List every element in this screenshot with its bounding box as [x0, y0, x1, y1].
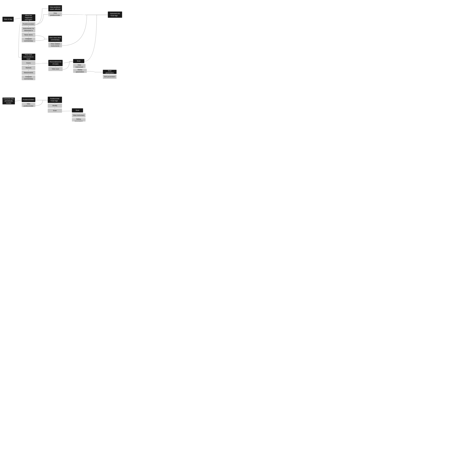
node-markets: Markets — [22, 66, 35, 70]
node-view-positions-orders: View positions/ orders affected — [48, 5, 62, 11]
node-scan-1: Scan — [73, 59, 84, 63]
node-scan-parameters: Scan parameters — [103, 70, 116, 74]
node-view-instrument-2: View instrument — [72, 113, 86, 117]
diagram-canvas: Start of day What has happened overnight… — [0, 0, 139, 122]
node-analysis-commentary-2: Analysis/ commentary — [22, 75, 35, 80]
node-positions-orders-1: Positions/orders — [22, 22, 35, 26]
node-position-order-tags: Position/order• Scan tags — [48, 97, 62, 103]
node-refine-parameters-1: Refine parameters — [73, 69, 87, 73]
node-view-news-commentary: View news item/ commentary — [48, 36, 62, 42]
node-consume-info: Consume info/ periodically monitor — [2, 98, 15, 104]
node-news-items: News items — [22, 33, 35, 37]
node-start-of-day: Start of day — [2, 17, 14, 22]
node-view-related-instruments: View related instruments — [48, 43, 62, 47]
node-view-position-order-1: View position/order — [48, 12, 62, 16]
node-positions-orders-2: Positions/orders — [22, 97, 35, 102]
node-instrument-info: Instrument info• Scan tags — [108, 11, 122, 18]
node-personalised-scans: Personalised list of scans — [48, 60, 62, 66]
node-refine-parameters-2: Refine parameters — [72, 118, 86, 122]
node-analysis-commentary-1: Analysis/ commentary — [22, 37, 35, 42]
node-news-events: News/events — [22, 71, 35, 75]
node-view-position-order-2: View position/order — [22, 103, 35, 107]
node-scans: Scans — [22, 61, 35, 65]
connection-lines — [0, 0, 139, 122]
node-modify: Modify — [48, 104, 62, 108]
node-find-more: Find more instruments to trade — [22, 54, 35, 60]
node-edit-parameters: Edit parameters — [103, 75, 116, 79]
node-view-scan: View scan — [48, 67, 62, 71]
node-scan-light: Scan — [48, 109, 62, 113]
node-scan-2: Scan — [72, 108, 83, 112]
node-what-happened: What has happened overnight? — [22, 14, 35, 21]
node-instruments-interested: Instruments I'm interested in — [22, 27, 35, 32]
node-view-instrument-1: View instrument — [73, 64, 86, 68]
